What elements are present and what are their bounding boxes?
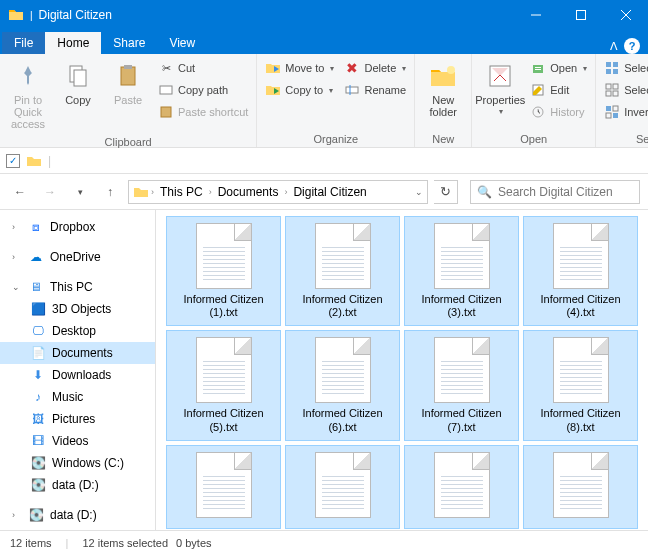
invert-selection-button[interactable]: Invert selection [600, 102, 648, 122]
drive-icon: 💽 [28, 507, 44, 523]
chevron-right-icon[interactable]: › [209, 187, 212, 197]
help-icon[interactable]: ? [624, 38, 640, 54]
rename-button[interactable]: Rename [340, 80, 410, 100]
chevron-right-icon[interactable]: › [284, 187, 287, 197]
file-item[interactable]: Informed Citizen (6).txt [285, 330, 400, 440]
file-item[interactable] [166, 445, 281, 529]
delete-button[interactable]: ✖Delete▾ [340, 58, 410, 78]
group-label: Open [476, 131, 591, 147]
tree-music[interactable]: ♪Music [0, 386, 155, 408]
file-item[interactable] [285, 445, 400, 529]
tab-home[interactable]: Home [45, 32, 101, 54]
drive-icon: 💽 [30, 477, 46, 493]
breadcrumb-this-pc[interactable]: This PC [156, 185, 207, 199]
recent-locations-button[interactable]: ▾ [68, 180, 92, 204]
expand-icon[interactable]: › [12, 510, 22, 520]
forward-button[interactable]: → [38, 180, 62, 204]
breadcrumb-documents[interactable]: Documents [214, 185, 283, 199]
navigation-bar: ← → ▾ ↑ › This PC › Documents › Digital … [0, 174, 648, 210]
svg-rect-16 [606, 62, 611, 67]
expand-icon[interactable]: › [12, 252, 22, 262]
file-item[interactable]: Informed Citizen (5).txt [166, 330, 281, 440]
txt-file-icon [553, 223, 609, 289]
tree-this-pc[interactable]: ⌄🖥This PC [0, 276, 155, 298]
tree-data-d-2[interactable]: ›💽data (D:) [0, 504, 155, 524]
copy-button[interactable]: Copy [54, 56, 102, 110]
properties-button[interactable]: Properties▾ [476, 56, 524, 121]
move-to-button[interactable]: Move to▾ [261, 58, 338, 78]
file-item[interactable]: Informed Citizen (8).txt [523, 330, 638, 440]
tree-data-d[interactable]: 💽data (D:) [0, 474, 155, 496]
cut-button[interactable]: ✂Cut [154, 58, 252, 78]
open-button[interactable]: Open▾ [526, 58, 591, 78]
qat-divider: | [30, 10, 33, 21]
tree-desktop[interactable]: 🖵Desktop [0, 320, 155, 342]
file-item[interactable]: Informed Citizen (3).txt [404, 216, 519, 326]
search-input[interactable]: 🔍 Search Digital Citizen [470, 180, 640, 204]
downloads-icon: ⬇ [30, 367, 46, 383]
select-all-button[interactable]: Select all [600, 58, 648, 78]
file-item[interactable] [404, 445, 519, 529]
address-dropdown[interactable]: ⌄ [415, 187, 423, 197]
file-item[interactable] [523, 445, 638, 529]
edit-button[interactable]: Edit [526, 80, 591, 100]
open-icon [530, 60, 546, 76]
txt-file-icon [434, 223, 490, 289]
tab-share[interactable]: Share [101, 32, 157, 54]
file-item[interactable]: Informed Citizen (7).txt [404, 330, 519, 440]
paste-shortcut-button[interactable]: Paste shortcut [154, 102, 252, 122]
file-item[interactable]: Informed Citizen (1).txt [166, 216, 281, 326]
txt-file-icon [196, 337, 252, 403]
group-label: Clipboard [4, 134, 252, 150]
tree-windows-c[interactable]: 💽Windows (C:) [0, 452, 155, 474]
tree-onedrive[interactable]: ›☁OneDrive [0, 246, 155, 268]
file-item[interactable]: Informed Citizen (4).txt [523, 216, 638, 326]
breadcrumb-digital-citizen[interactable]: Digital Citizen [289, 185, 370, 199]
3d-objects-icon: 🟦 [30, 301, 46, 317]
tab-view[interactable]: View [157, 32, 207, 54]
history-button[interactable]: History [526, 102, 591, 122]
new-folder-button[interactable]: New folder [419, 56, 467, 122]
close-button[interactable] [603, 0, 648, 30]
tree-3d-objects[interactable]: 🟦3D Objects [0, 298, 155, 320]
tree-dropbox[interactable]: ›⧈Dropbox [0, 216, 155, 238]
select-none-button[interactable]: Select none [600, 80, 648, 100]
file-list[interactable]: Informed Citizen (1).txtInformed Citizen… [156, 210, 648, 530]
txt-file-icon [315, 452, 371, 518]
minimize-button[interactable] [513, 0, 558, 30]
select-all-checkbox[interactable]: ✓ [6, 154, 20, 168]
tree-videos[interactable]: 🎞Videos [0, 430, 155, 452]
collapse-icon[interactable]: ⌄ [12, 282, 22, 292]
group-label: New [419, 131, 467, 147]
expand-icon[interactable]: › [12, 222, 22, 232]
tree-documents[interactable]: 📄Documents [0, 342, 155, 364]
collapse-ribbon-icon[interactable]: ᐱ [610, 40, 618, 53]
group-new: New folder New [415, 54, 472, 147]
chevron-right-icon[interactable]: › [151, 187, 154, 197]
svg-rect-9 [161, 107, 171, 117]
copy-path-icon [158, 82, 174, 98]
svg-rect-27 [613, 113, 618, 118]
copy-path-button[interactable]: Copy path [154, 80, 252, 100]
refresh-button[interactable]: ↻ [434, 180, 458, 204]
up-button[interactable]: ↑ [98, 180, 122, 204]
copy-to-button[interactable]: Copy to▾ [261, 80, 338, 100]
rename-icon [344, 82, 360, 98]
pin-to-quick-access-button[interactable]: Pin to Quick access [4, 56, 52, 134]
file-name: Informed Citizen (5).txt [171, 407, 276, 433]
paste-button[interactable]: Paste [104, 56, 152, 110]
tab-file[interactable]: File [2, 32, 45, 54]
file-item[interactable]: Informed Citizen (2).txt [285, 216, 400, 326]
tree-downloads[interactable]: ⬇Downloads [0, 364, 155, 386]
address-bar[interactable]: › This PC › Documents › Digital Citizen … [128, 180, 428, 204]
txt-file-icon [553, 452, 609, 518]
status-selected-count: 12 items selected [82, 537, 168, 549]
svg-rect-18 [606, 69, 611, 74]
group-clipboard: Pin to Quick access Copy Paste ✂Cut Copy… [0, 54, 257, 147]
pc-icon: 🖥 [28, 279, 44, 295]
txt-file-icon [315, 223, 371, 289]
back-button[interactable]: ← [8, 180, 32, 204]
tree-pictures[interactable]: 🖼Pictures [0, 408, 155, 430]
file-name: Informed Citizen (2).txt [290, 293, 395, 319]
maximize-button[interactable] [558, 0, 603, 30]
